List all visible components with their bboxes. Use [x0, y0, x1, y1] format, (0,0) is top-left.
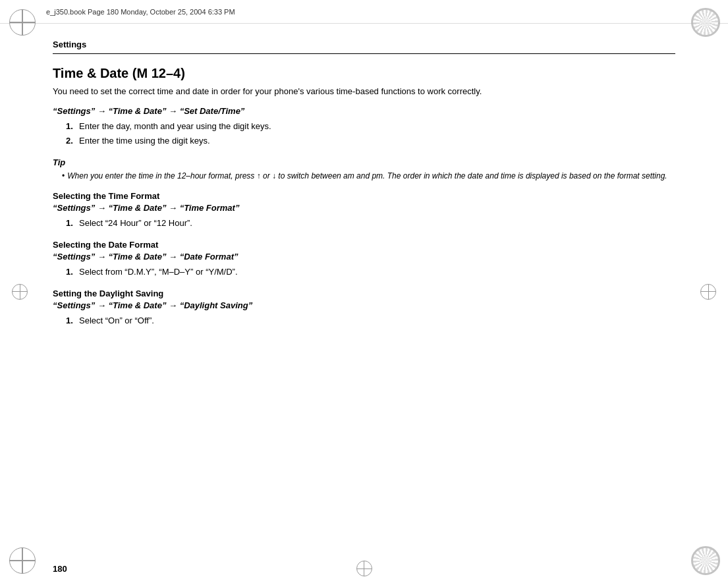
- step-2-text: Enter the time using the digit keys.: [79, 134, 210, 148]
- intro-text: You need to set the correct time and dat…: [53, 85, 675, 98]
- gear-top-right: [691, 8, 720, 37]
- section-header: Settings: [53, 40, 675, 54]
- date-format-title: Selecting the Date Format: [53, 240, 675, 250]
- right-mid-decor: [700, 284, 716, 300]
- crosshair-bottom-left: [9, 547, 36, 574]
- time-format-step-1-text: Select “24 Hour” or “12 Hour”.: [79, 217, 192, 231]
- crosshair-bottom-center: [356, 561, 372, 576]
- corner-decor-bottom-left: [5, 543, 40, 578]
- page-number: 180: [53, 564, 67, 574]
- daylight-saving-step-1: 1. Select “On” or “Off”.: [53, 314, 675, 328]
- tip-title: Tip: [53, 157, 675, 167]
- step-1-text: Enter the day, month and year using the …: [79, 120, 271, 134]
- time-format-section: Selecting the Time Format “Settings” → “…: [53, 191, 675, 231]
- bottom-center-decor: [356, 561, 372, 576]
- crosshair-top-left: [9, 9, 36, 36]
- step-2: 2. Enter the time using the digit keys.: [53, 134, 675, 148]
- date-format-step-1: 1. Select from “D.M.Y”, “M–D–Y” or “Y/M/…: [53, 265, 675, 279]
- crosshair-right-mid: [700, 284, 716, 300]
- gear-bottom-right: [691, 546, 720, 575]
- date-format-nav: “Settings” → “Time & Date” → “Date Forma…: [53, 252, 675, 262]
- date-format-section: Selecting the Date Format “Settings” → “…: [53, 240, 675, 279]
- step-1-num: 1.: [66, 120, 79, 134]
- tip-text: When you enter the time in the 12–hour f…: [53, 170, 675, 182]
- daylight-saving-title: Setting the Daylight Saving: [53, 289, 675, 298]
- time-format-title: Selecting the Time Format: [53, 191, 675, 201]
- date-format-step-1-num: 1.: [66, 265, 79, 279]
- time-format-nav: “Settings” → “Time & Date” → “Time Forma…: [53, 203, 675, 213]
- daylight-saving-section: Setting the Daylight Saving “Settings” →…: [53, 289, 675, 328]
- section-label: Settings: [53, 40, 86, 49]
- set-datetime-nav: “Settings” → “Time & Date” → “Set Date/T…: [53, 106, 675, 116]
- corner-decor-bottom-right: [688, 543, 723, 578]
- daylight-saving-nav: “Settings” → “Time & Date” → “Daylight S…: [53, 300, 675, 310]
- date-format-step-1-text: Select from “D.M.Y”, “M–D–Y” or “Y/M/D”.: [79, 265, 238, 279]
- time-format-step-1: 1. Select “24 Hour” or “12 Hour”.: [53, 217, 675, 231]
- step-1: 1. Enter the day, month and year using t…: [53, 120, 675, 134]
- daylight-saving-step-1-num: 1.: [66, 314, 79, 328]
- time-format-step-1-num: 1.: [66, 217, 79, 231]
- left-mid-decor: [12, 284, 28, 300]
- corner-decor-top-left: [5, 5, 40, 40]
- main-title: Time & Date (M 12–4): [53, 66, 675, 81]
- tip-section: Tip When you enter the time in the 12–ho…: [53, 157, 675, 182]
- page-content: Settings Time & Date (M 12–4) You need t…: [53, 24, 675, 557]
- page-header: e_j350.book Page 180 Monday, October 25,…: [0, 0, 728, 24]
- corner-decor-top-right: [688, 5, 723, 40]
- daylight-saving-step-1-text: Select “On” or “Off”.: [79, 314, 154, 328]
- step-2-num: 2.: [66, 134, 79, 148]
- crosshair-left-mid: [12, 284, 28, 300]
- header-text: e_j350.book Page 180 Monday, October 25,…: [46, 8, 235, 16]
